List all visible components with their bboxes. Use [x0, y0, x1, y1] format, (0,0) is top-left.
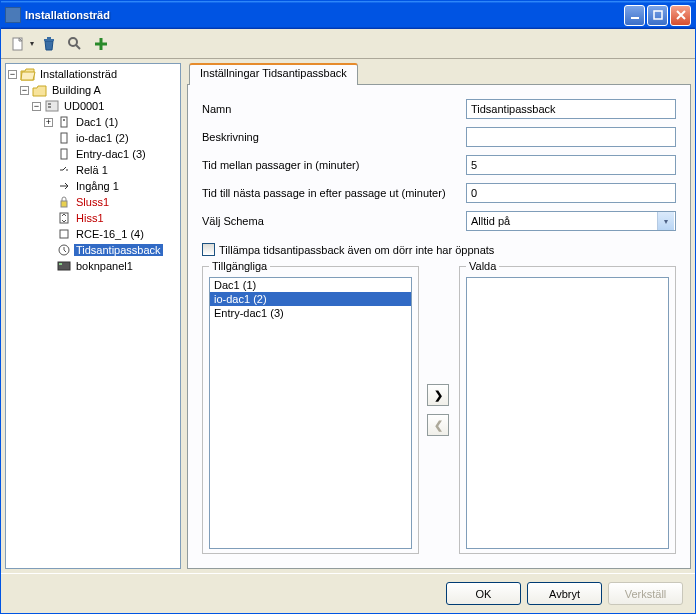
collapse-icon[interactable]: −: [32, 102, 41, 111]
list-item[interactable]: io-dac1 (2): [210, 292, 411, 306]
ok-button[interactable]: OK: [446, 582, 521, 605]
toolbar-new-dropdown[interactable]: ▾: [7, 33, 34, 55]
dialog-footer: OK Avbryt Verkställ: [1, 573, 695, 613]
tab-settings[interactable]: Inställningar Tidsantipassback: [189, 63, 358, 85]
node-icon: [56, 147, 72, 161]
svg-point-10: [63, 119, 65, 121]
name-input[interactable]: [466, 99, 676, 119]
tree-ud-label: UD0001: [62, 100, 106, 112]
tree-building[interactable]: − Building A: [8, 82, 178, 98]
apply-checkbox-row[interactable]: Tillämpa tidsantipassback även om dörr i…: [202, 243, 676, 256]
tree-panel[interactable]: − Installationsträd − Building A − UD000…: [5, 63, 181, 569]
schema-select[interactable]: Alltid på ▾: [466, 211, 676, 231]
available-listbox[interactable]: Dac1 (1) io-dac1 (2) Entry-dac1 (3): [209, 277, 412, 549]
collapse-icon[interactable]: −: [20, 86, 29, 95]
minimize-button[interactable]: [624, 5, 645, 26]
folder-open-icon: [20, 67, 36, 81]
tree-entrydac1[interactable]: Entry-dac1 (3): [8, 146, 178, 162]
move-right-button[interactable]: ❯: [427, 384, 449, 406]
close-button[interactable]: [670, 5, 691, 26]
svg-rect-4: [47, 37, 51, 39]
move-left-button[interactable]: ❮: [427, 414, 449, 436]
chevron-right-icon: ❯: [434, 389, 443, 402]
input-icon: [56, 179, 72, 193]
tree-label: Sluss1: [74, 196, 111, 208]
node-icon: [56, 227, 72, 241]
list-item[interactable]: Dac1 (1): [210, 278, 411, 292]
svg-rect-7: [48, 103, 51, 105]
titlebar: Installationsträd: [1, 1, 695, 29]
toolbar-delete-button[interactable]: [38, 33, 60, 55]
tab-content: Namn Beskrivning Tid mellan passager in …: [187, 84, 691, 569]
toolbar: ▾: [1, 29, 695, 59]
selected-group: Valda: [459, 266, 676, 554]
svg-rect-9: [61, 117, 67, 127]
dropdown-arrow-icon: ▾: [30, 39, 34, 48]
time-in-input[interactable]: [466, 155, 676, 175]
tree-ingang1[interactable]: Ingång 1: [8, 178, 178, 194]
toolbar-add-button[interactable]: [90, 33, 112, 55]
tree-hiss1[interactable]: Hiss1: [8, 210, 178, 226]
svg-rect-13: [61, 201, 67, 207]
lock-icon: [56, 195, 72, 209]
tree-boknpanel[interactable]: boknpanel1: [8, 258, 178, 274]
svg-point-5: [69, 38, 77, 46]
tree-label: Entry-dac1 (3): [74, 148, 148, 160]
relay-icon: [56, 163, 72, 177]
available-legend: Tillgängliga: [209, 260, 270, 272]
selected-legend: Valda: [466, 260, 499, 272]
tab-bar: Inställningar Tidsantipassback: [187, 63, 691, 85]
tree-rela1[interactable]: Relä 1: [8, 162, 178, 178]
node-icon: [56, 115, 72, 129]
tree-tidsanti[interactable]: Tidsantipassback: [8, 242, 178, 258]
apply-button[interactable]: Verkställ: [608, 582, 683, 605]
svg-rect-0: [631, 17, 639, 19]
name-label: Namn: [202, 103, 466, 115]
tree-rce16[interactable]: RCE-16_1 (4): [8, 226, 178, 242]
tree-label: Dac1 (1): [74, 116, 120, 128]
tree-ud[interactable]: − UD0001: [8, 98, 178, 114]
time-out-label: Tid till nästa passage in efter passage …: [202, 187, 466, 199]
svg-rect-15: [60, 230, 68, 238]
svg-rect-12: [61, 149, 67, 159]
tree-iodac1[interactable]: io-dac1 (2): [8, 130, 178, 146]
move-buttons: ❯ ❮: [427, 266, 451, 554]
window-title: Installationsträd: [25, 9, 622, 21]
tree-label: Relä 1: [74, 164, 110, 176]
svg-rect-3: [44, 39, 54, 41]
tree-building-label: Building A: [50, 84, 103, 96]
collapse-icon[interactable]: −: [8, 70, 17, 79]
selected-listbox[interactable]: [466, 277, 669, 549]
minimize-icon: [630, 10, 640, 20]
maximize-icon: [653, 10, 663, 20]
schema-label: Välj Schema: [202, 215, 466, 227]
time-in-label: Tid mellan passager in (minuter): [202, 159, 466, 171]
folder-icon: [32, 83, 48, 97]
right-panel: Inställningar Tidsantipassback Namn Besk…: [187, 63, 691, 569]
tree-root[interactable]: − Installationsträd: [8, 66, 178, 82]
checkbox-label: Tillämpa tidsantipassback även om dörr i…: [219, 244, 494, 256]
chevron-left-icon: ❮: [434, 419, 443, 432]
tree-dac1[interactable]: + Dac1 (1): [8, 114, 178, 130]
main-window: Installationsträd ▾ −: [0, 0, 696, 614]
search-icon: [67, 36, 83, 52]
lists-area: Tillgängliga Dac1 (1) io-dac1 (2) Entry-…: [202, 266, 676, 554]
clock-icon: [56, 243, 72, 257]
list-item[interactable]: Entry-dac1 (3): [210, 306, 411, 320]
expand-icon[interactable]: +: [44, 118, 53, 127]
tree-label: Hiss1: [74, 212, 106, 224]
new-icon: [7, 33, 29, 55]
tree-label: io-dac1 (2): [74, 132, 131, 144]
cancel-button[interactable]: Avbryt: [527, 582, 602, 605]
device-icon: [44, 99, 60, 113]
desc-input[interactable]: [466, 127, 676, 147]
tree-label: Tidsantipassback: [74, 244, 163, 256]
maximize-button[interactable]: [647, 5, 668, 26]
toolbar-search-button[interactable]: [64, 33, 86, 55]
trash-icon: [41, 36, 57, 52]
apply-checkbox[interactable]: [202, 243, 215, 256]
plus-icon: [93, 36, 109, 52]
tree-sluss1[interactable]: Sluss1: [8, 194, 178, 210]
schema-value: Alltid på: [471, 215, 510, 227]
time-out-input[interactable]: [466, 183, 676, 203]
